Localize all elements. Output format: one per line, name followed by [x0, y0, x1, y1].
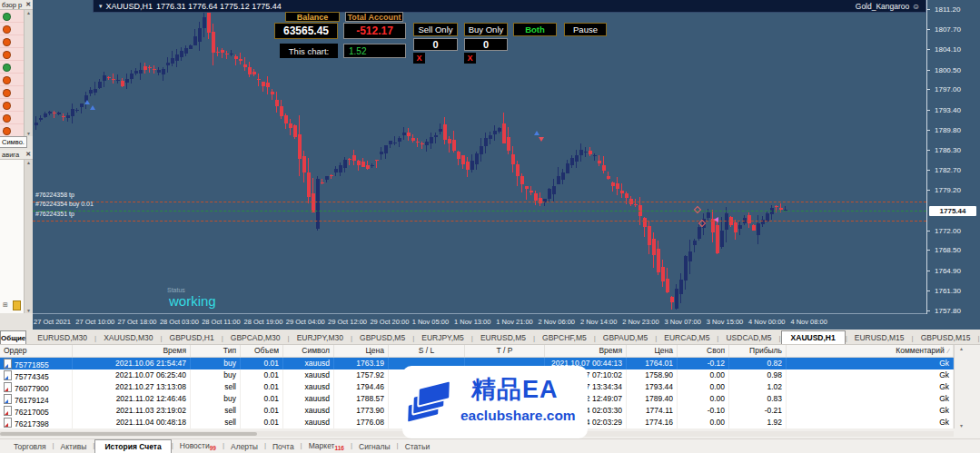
terminal-pane: Общие EURUSD,M30|XAUUSD,M30|GBPUSD,H1|GB… [0, 330, 980, 453]
chevron-down-icon[interactable]: ▾ [99, 3, 103, 10]
market-watch-symbol-row[interactable] [0, 10, 24, 23]
both-button[interactable]: Both [513, 23, 557, 36]
chart-tab-usdcad-m5[interactable]: USDCAD,M5 [718, 331, 778, 344]
bear-candle [648, 226, 651, 245]
cell-swap: -0.12 [678, 358, 729, 369]
scroll-down-icon[interactable]: ▼ [26, 308, 31, 313]
scroll-up-icon[interactable]: ▲ [26, 10, 31, 15]
candle-wick [258, 74, 259, 86]
navigator-scrollbar[interactable]: ▲ ▼ [24, 160, 33, 313]
close-icon[interactable]: ✕ [25, 151, 31, 158]
cell-symbol: xauusd [283, 358, 334, 369]
cell-symbol: xauusd [283, 405, 334, 417]
column-header-order[interactable]: Ордер [0, 345, 73, 357]
column-header-type[interactable]: Тип [191, 345, 241, 357]
chart-tab-gbpcad-m30[interactable]: GBPCAD,M30 [223, 331, 288, 344]
bull-candle [175, 54, 179, 61]
price-tick-mark [927, 291, 930, 291]
market-watch-scrollbar[interactable]: ▲ ▼ [24, 10, 33, 136]
terminal-tab-история-счета[interactable]: История Счета [94, 439, 171, 453]
market-watch-symbol-row[interactable] [0, 48, 24, 61]
column-header-open_price[interactable]: Цена [334, 345, 389, 357]
cell-volume: 0.01 [241, 405, 283, 417]
column-header-open_time[interactable]: Время [73, 345, 191, 357]
history-table-header[interactable]: ОрдерВремяТипОбъемСимволЦенаS / LT / PВр… [0, 345, 954, 358]
cell-symbol: xauusd [283, 369, 334, 381]
price-axis[interactable]: 1775.44 1811.201807.701804.101800.501797… [926, 0, 980, 314]
chart-tab-gbpaud-m5[interactable]: GBPAUD,M5 [596, 331, 655, 344]
bull-candle [439, 129, 442, 132]
terminal-tab-алерты[interactable]: Алерты [224, 441, 264, 452]
price-tick-label: 1786.30 [935, 146, 961, 154]
cell-comment: Gk [787, 358, 954, 369]
price-tick-label: 1807.70 [935, 25, 961, 34]
terminal-tab-новости[interactable]: Новости99 [173, 440, 223, 452]
chart-tab-xauusd-h1[interactable]: XAUUSD,H1 [781, 330, 846, 344]
bear-candle [121, 81, 124, 86]
sort-icon[interactable]: ∕ [945, 348, 949, 354]
ea-name: Gold_Kangaroo [856, 2, 910, 11]
market-watch-symbol-row[interactable] [0, 86, 24, 99]
chart-title-bar[interactable]: ▾ XAUUSD,H1 1776.31 1776.64 1775.12 1775… [93, 0, 926, 13]
cell-symbol: xauusd [283, 417, 334, 428]
column-header-profit[interactable]: Прибыль [729, 345, 787, 357]
market-watch-list[interactable] [0, 10, 24, 136]
chart-tab-gbpusd-h1[interactable]: GBPUSD,H1 [163, 331, 222, 344]
cell-volume: 0.01 [241, 358, 283, 369]
market-watch-symbol-row[interactable] [0, 112, 24, 124]
bull-candle [57, 113, 61, 114]
column-header-swap[interactable]: Своп [678, 345, 729, 357]
market-watch-symbol-row[interactable] [0, 99, 24, 112]
close-icon[interactable]: ✕ [25, 1, 31, 8]
scroll-up-icon[interactable]: ▴ [960, 345, 963, 351]
tab-symbols[interactable]: Симво. [0, 136, 27, 148]
sell-only-button[interactable]: Sell Only [413, 23, 458, 36]
tree-expand-icon[interactable]: ⊞ [3, 301, 8, 309]
time-tick-label: 29 Oct 20:00 [370, 318, 409, 326]
price-tick-label: 1793.40 [935, 106, 961, 114]
terminal-tab-сигналы[interactable]: Сигналы [352, 441, 396, 452]
chart-tab-eurusd-m15[interactable]: EURUSD,M15 [847, 331, 912, 344]
terminal-tab-статьи[interactable]: Статьи [399, 441, 437, 452]
column-header-close_time[interactable]: Время [545, 345, 627, 357]
scroll-up-icon[interactable]: ▲ [26, 160, 31, 165]
sell-close-x-button[interactable]: X [413, 53, 425, 64]
terminal-tab-почта[interactable]: Почта [266, 441, 301, 452]
market-watch-symbol-row[interactable] [0, 74, 24, 86]
tab-obschie[interactable]: Общие [0, 330, 26, 344]
pause-button[interactable]: Pause [564, 23, 607, 36]
time-axis[interactable]: 27 Oct 202127 Oct 10:0027 Oct 18:0028 Oc… [33, 313, 926, 330]
column-header-close_price[interactable]: Цена [627, 345, 678, 357]
terminal-tab-активы[interactable]: Активы [54, 441, 94, 452]
market-watch-symbol-row[interactable] [0, 61, 24, 74]
scrollbar-thumb[interactable] [0, 432, 257, 436]
chart-tab-xauusd-m30[interactable]: XAUUSD,M30 [96, 331, 160, 344]
tp-line [33, 202, 926, 202]
chart-tab-eurjpy-m5[interactable]: EURJPY,M5 [414, 331, 471, 344]
market-watch-symbol-row[interactable] [0, 23, 24, 35]
cell-volume: 0.01 [241, 369, 283, 381]
buy-close-x-button[interactable]: X [464, 53, 476, 64]
chart-tab-eurcad-m5[interactable]: EURCAD,M5 [657, 331, 717, 344]
chart-tab-eurusd-m30[interactable]: EURUSD,M30 [30, 331, 94, 344]
terminal-tab-торговля[interactable]: Торговля [7, 441, 53, 452]
chart-tab-gbpchf-m5[interactable]: GBPCHF,M5 [535, 331, 594, 344]
column-header-comment[interactable]: Комментарий∕ [787, 345, 954, 357]
chart-tab-eurusd-m5[interactable]: EURUSD,M5 [473, 331, 533, 344]
cell-open_time: 2021.11.04 00:48:18 [73, 417, 191, 428]
column-header-tp[interactable]: T / P [465, 345, 545, 357]
chart-tab-gbpusd-m15[interactable]: GBPUSD,M15 [914, 331, 978, 344]
market-watch-symbol-row[interactable] [0, 35, 24, 48]
column-header-symbol[interactable]: Символ [283, 345, 334, 357]
column-header-sl[interactable]: S / L [389, 345, 465, 357]
market-watch-symbol-row[interactable] [0, 124, 24, 136]
cell-order: 75774345 [0, 369, 73, 381]
terminal-tab-маркет[interactable]: Маркет116 [302, 440, 351, 452]
table-vertical-scrollbar[interactable]: ▴ ▾ [954, 345, 968, 428]
bull-candle [675, 289, 678, 308]
chart-tab-gbpusd-m5[interactable]: GBPUSD,M5 [352, 331, 412, 344]
buy-only-button[interactable]: Buy Only [464, 23, 508, 36]
column-header-volume[interactable]: Объем [241, 345, 283, 357]
chart-tab-eurjpy-m30[interactable]: EURJPY,M30 [290, 331, 351, 344]
scroll-down-icon[interactable]: ▾ [960, 422, 963, 428]
